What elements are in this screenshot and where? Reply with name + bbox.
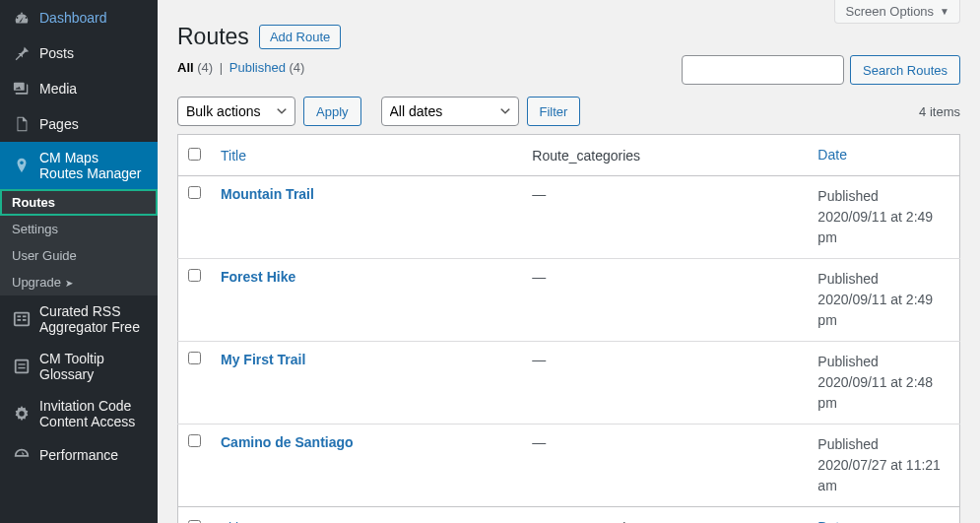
glossary-icon xyxy=(12,357,32,376)
pages-icon xyxy=(12,114,32,134)
nav-label: CM Maps Routes Manager xyxy=(39,150,146,181)
nav-label: Curated RSS Aggregator Free xyxy=(39,303,146,335)
svg-rect-2 xyxy=(18,319,22,321)
screen-options-label: Screen Options xyxy=(845,4,934,19)
route-title-link[interactable]: My First Trail xyxy=(221,352,305,367)
route-category: — xyxy=(522,342,808,425)
row-checkbox[interactable] xyxy=(188,352,201,364)
nav-label: Performance xyxy=(39,447,118,463)
row-checkbox[interactable] xyxy=(188,434,201,447)
map-pin-icon xyxy=(12,156,32,175)
page-title: Routes xyxy=(177,24,249,50)
column-header-date[interactable]: Date xyxy=(817,147,847,163)
subnav-routes[interactable]: Routes xyxy=(0,189,158,216)
filter-all-count: (4) xyxy=(197,60,213,75)
subnav-user-guide[interactable]: User Guide xyxy=(0,242,158,269)
search-routes-button[interactable]: Search Routes xyxy=(850,55,960,85)
nav-media[interactable]: Media xyxy=(0,71,158,106)
column-header-categories[interactable]: Route_categories xyxy=(532,148,640,163)
screen-options-toggle[interactable]: Screen Options ▼ xyxy=(834,0,960,24)
svg-rect-5 xyxy=(16,360,29,373)
gauge-icon xyxy=(12,445,32,465)
route-date: Published2020/07/27 at 11:21 am xyxy=(808,425,959,507)
subnav-settings[interactable]: Settings xyxy=(0,216,158,242)
column-header-title[interactable]: Title xyxy=(221,148,246,163)
nav-performance[interactable]: Performance xyxy=(0,437,158,473)
nav-cm-maps[interactable]: CM Maps Routes Manager xyxy=(0,142,158,189)
column-footer-title[interactable]: Title xyxy=(221,520,246,524)
nav-label: Dashboard xyxy=(39,10,107,26)
bulk-actions-select[interactable]: Bulk actions xyxy=(177,97,295,126)
routes-table: Title Route_categories Date Mountain Tra… xyxy=(177,134,960,523)
gear-icon xyxy=(12,404,32,424)
route-category: — xyxy=(522,176,808,259)
route-category: — xyxy=(522,259,808,342)
nav-pages[interactable]: Pages xyxy=(0,106,158,142)
route-title-link[interactable]: Mountain Trail xyxy=(221,186,314,202)
media-icon xyxy=(12,79,32,98)
nav-label: CM Tooltip Glossary xyxy=(39,351,146,382)
table-row: Camino de Santiago — Published2020/07/27… xyxy=(178,425,960,507)
nav-posts[interactable]: Posts xyxy=(0,35,158,71)
date-filter-select[interactable]: All dates xyxy=(381,97,519,126)
subnav-upgrade[interactable]: Upgrade xyxy=(0,269,158,295)
apply-bulk-button[interactable]: Apply xyxy=(303,97,361,126)
route-title-link[interactable]: Camino de Santiago xyxy=(221,434,354,450)
admin-sidebar: Dashboard Posts Media Pages CM Maps Rout… xyxy=(0,0,158,523)
add-route-button[interactable]: Add Route xyxy=(259,25,341,49)
table-row: My First Trail — Published2020/09/11 at … xyxy=(178,342,960,425)
filter-published-link[interactable]: Published xyxy=(229,60,286,75)
svg-rect-3 xyxy=(23,315,27,317)
filter-all-link[interactable]: All xyxy=(177,60,194,75)
dashboard-icon xyxy=(12,8,32,28)
svg-rect-4 xyxy=(23,319,27,321)
route-date: Published2020/09/11 at 2:48 pm xyxy=(808,342,959,425)
select-all-checkbox[interactable] xyxy=(188,148,201,161)
rss-icon xyxy=(12,309,32,329)
svg-rect-1 xyxy=(18,315,22,317)
table-row: Forest Hike — Published2020/09/11 at 2:4… xyxy=(178,259,960,342)
search-input[interactable] xyxy=(682,55,844,85)
column-footer-categories[interactable]: Route_categories xyxy=(532,520,640,524)
nav-label: Pages xyxy=(39,116,79,132)
route-title-link[interactable]: Forest Hike xyxy=(221,269,295,285)
nav-invitation-code[interactable]: Invitation Code Content Access xyxy=(0,390,158,437)
svg-rect-0 xyxy=(15,313,29,326)
table-row: Mountain Trail — Published2020/09/11 at … xyxy=(178,176,960,259)
nav-label: Media xyxy=(39,81,77,97)
row-checkbox[interactable] xyxy=(188,186,201,199)
filter-published-count: (4) xyxy=(290,60,305,75)
route-category: — xyxy=(522,425,808,507)
nav-curated-rss[interactable]: Curated RSS Aggregator Free xyxy=(0,295,158,343)
route-date: Published2020/09/11 at 2:49 pm xyxy=(808,176,959,259)
main-content: Screen Options ▼ Routes Add Route All (4… xyxy=(158,0,980,523)
route-date: Published2020/09/11 at 2:49 pm xyxy=(808,259,959,342)
nav-label: Posts xyxy=(39,45,74,61)
filter-button[interactable]: Filter xyxy=(527,97,581,126)
nav-label: Invitation Code Content Access xyxy=(39,398,146,429)
row-checkbox[interactable] xyxy=(188,269,201,282)
svg-rect-7 xyxy=(18,367,25,368)
select-all-checkbox-bottom[interactable] xyxy=(188,520,201,524)
pin-icon xyxy=(12,43,32,63)
items-count-top: 4 items xyxy=(919,104,960,119)
filter-separator: | xyxy=(217,60,226,75)
caret-down-icon: ▼ xyxy=(940,6,949,17)
column-footer-date[interactable]: Date xyxy=(817,519,847,523)
nav-dashboard[interactable]: Dashboard xyxy=(0,0,158,35)
svg-rect-6 xyxy=(18,363,25,364)
nav-cm-tooltip[interactable]: CM Tooltip Glossary xyxy=(0,343,158,390)
sub-menu: Routes Settings User Guide Upgrade xyxy=(0,189,158,295)
